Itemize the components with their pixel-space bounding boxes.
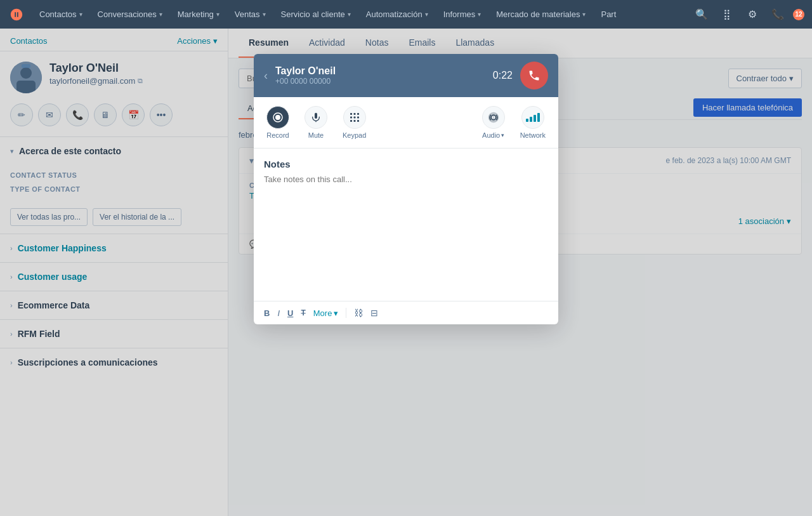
nav-part[interactable]: Part xyxy=(594,6,622,23)
keypad-control[interactable]: Keypad xyxy=(343,106,366,139)
call-modal: ‹ Taylor O'neil +00 0000 00000 0:22 xyxy=(254,54,558,324)
underline-button[interactable]: U xyxy=(287,308,293,318)
network-control[interactable]: Network xyxy=(520,106,546,139)
chevron-down-icon: ▾ xyxy=(582,11,586,18)
call-back-button[interactable]: ‹ xyxy=(264,69,268,83)
nav-right-actions: 🔍 ⣿ ⚙ 📞 12 xyxy=(691,4,804,25)
more-formatting-button[interactable]: More ▾ xyxy=(313,308,339,318)
chevron-down-icon: ▾ xyxy=(478,11,481,18)
call-ctrl-group-right: Audio ▾ Network xyxy=(482,106,546,139)
chevron-down-icon: ▾ xyxy=(263,11,266,18)
italic-button[interactable]: I xyxy=(277,308,280,318)
chevron-down-icon: ▾ xyxy=(216,11,219,18)
strike-button[interactable]: T xyxy=(301,308,305,317)
svg-rect-9 xyxy=(350,117,352,119)
call-contact-info: Taylor O'neil +00 0000 00000 xyxy=(275,65,485,86)
keypad-label: Keypad xyxy=(343,131,366,139)
call-end-button[interactable] xyxy=(520,62,548,89)
nav-informes[interactable]: Informes ▾ xyxy=(437,6,488,23)
nav-ventas[interactable]: Ventas ▾ xyxy=(228,6,272,23)
svg-rect-11 xyxy=(357,117,359,119)
notes-area: Notes xyxy=(254,149,558,301)
link-icon[interactable]: ⛓ xyxy=(354,308,363,318)
call-ctrl-group-left: Record Mute xyxy=(266,106,366,139)
call-contact-name: Taylor O'neil xyxy=(275,65,485,77)
nav-conversaciones[interactable]: Conversaciones ▾ xyxy=(91,6,169,23)
call-modal-header: ‹ Taylor O'neil +00 0000 00000 0:22 xyxy=(254,54,558,97)
notes-toolbar: B I U T More ▾ ⛓ ⊟ xyxy=(254,301,558,324)
mute-icon xyxy=(304,106,327,129)
table-icon[interactable]: ⊟ xyxy=(370,308,378,318)
network-label: Network xyxy=(520,131,546,139)
record-icon xyxy=(266,106,289,129)
svg-rect-10 xyxy=(353,117,355,119)
mute-control[interactable]: Mute xyxy=(304,106,327,139)
audio-chevron: ▾ xyxy=(501,132,504,138)
nav-marketing[interactable]: Marketing ▾ xyxy=(171,6,226,23)
nav-contactos[interactable]: Contactos ▾ xyxy=(33,6,89,23)
keypad-icon xyxy=(343,106,366,129)
call-controls: Record Mute xyxy=(254,97,558,149)
svg-rect-6 xyxy=(350,113,352,115)
record-label: Record xyxy=(266,131,289,139)
network-icon xyxy=(521,106,544,129)
svg-rect-13 xyxy=(353,120,355,122)
audio-icon xyxy=(482,106,505,129)
notification-badge[interactable]: 12 xyxy=(793,9,804,20)
audio-label: Audio xyxy=(482,131,500,139)
top-navigation: Contactos ▾ Conversaciones ▾ Marketing ▾… xyxy=(0,0,812,29)
record-control[interactable]: Record xyxy=(266,106,289,139)
svg-rect-14 xyxy=(357,120,359,122)
chevron-down-icon: ▾ xyxy=(159,11,162,18)
bold-button[interactable]: B xyxy=(264,308,270,318)
apps-icon[interactable]: ⣿ xyxy=(717,4,737,25)
call-timer: 0:22 xyxy=(493,70,513,81)
chevron-down-icon: ▾ xyxy=(334,308,338,318)
nav-servicio[interactable]: Servicio al cliente ▾ xyxy=(275,6,357,23)
call-contact-phone: +00 0000 00000 xyxy=(275,77,485,86)
notes-input[interactable] xyxy=(264,175,548,289)
nav-mercado[interactable]: Mercado de materiales ▾ xyxy=(490,6,592,23)
call-modal-overlay: ‹ Taylor O'neil +00 0000 00000 0:22 xyxy=(0,29,812,516)
mute-label: Mute xyxy=(308,131,324,139)
hubspot-logo[interactable] xyxy=(8,6,25,23)
svg-point-5 xyxy=(275,115,280,120)
phone-icon[interactable]: 📞 xyxy=(768,4,788,25)
svg-rect-8 xyxy=(357,113,359,115)
notes-title: Notes xyxy=(264,159,548,169)
search-icon[interactable]: 🔍 xyxy=(691,4,712,25)
settings-icon[interactable]: ⚙ xyxy=(742,4,763,25)
nav-automatizacion[interactable]: Automatización ▾ xyxy=(360,6,435,23)
chevron-down-icon: ▾ xyxy=(348,11,351,18)
svg-rect-12 xyxy=(350,120,352,122)
audio-control[interactable]: Audio ▾ xyxy=(482,106,505,139)
toolbar-divider xyxy=(346,308,346,318)
svg-rect-7 xyxy=(353,113,355,115)
chevron-down-icon: ▾ xyxy=(79,11,82,18)
chevron-down-icon: ▾ xyxy=(425,11,428,18)
